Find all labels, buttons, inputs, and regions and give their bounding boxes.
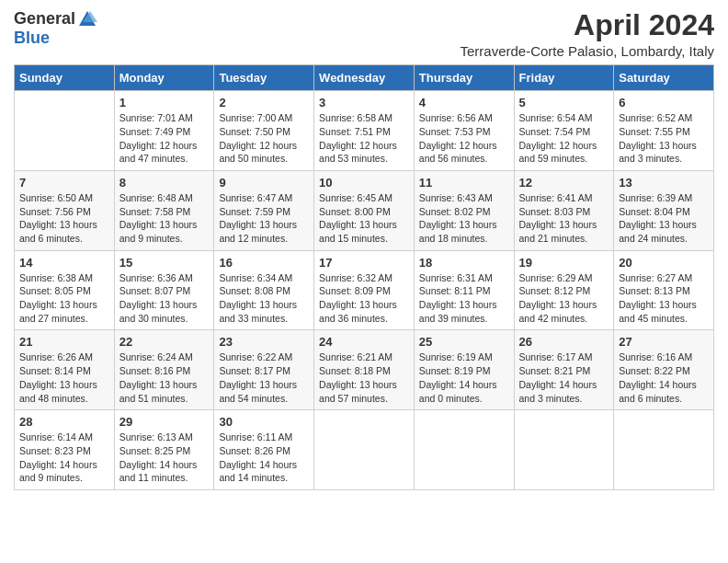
day-number: 25 — [419, 335, 509, 349]
day-info: Sunrise: 6:22 AM Sunset: 8:17 PM Dayligh… — [219, 350, 309, 405]
day-number: 28 — [19, 415, 109, 429]
calendar-day-cell: 10Sunrise: 6:45 AM Sunset: 8:00 PM Dayli… — [314, 170, 415, 250]
calendar-day-cell — [414, 410, 514, 490]
day-number: 19 — [519, 256, 609, 270]
calendar-week-row: 7Sunrise: 6:50 AM Sunset: 7:56 PM Daylig… — [15, 170, 714, 250]
calendar-day-cell: 13Sunrise: 6:39 AM Sunset: 8:04 PM Dayli… — [614, 170, 714, 250]
calendar-day-cell: 6Sunrise: 6:52 AM Sunset: 7:55 PM Daylig… — [614, 91, 714, 171]
day-number: 24 — [319, 335, 409, 349]
day-info: Sunrise: 6:29 AM Sunset: 8:12 PM Dayligh… — [519, 271, 609, 326]
calendar-title: April 2024 — [460, 9, 714, 41]
calendar-day-cell: 19Sunrise: 6:29 AM Sunset: 8:12 PM Dayli… — [514, 250, 614, 330]
day-number: 22 — [119, 335, 210, 349]
calendar-header-cell: Thursday — [414, 65, 514, 91]
day-info: Sunrise: 6:13 AM Sunset: 8:25 PM Dayligh… — [119, 431, 210, 485]
header: General Blue April 2024 Terraverde-Corte… — [14, 9, 714, 59]
day-info: Sunrise: 6:14 AM Sunset: 8:23 PM Dayligh… — [19, 431, 109, 485]
day-info: Sunrise: 6:47 AM Sunset: 7:59 PM Dayligh… — [219, 191, 309, 246]
logo: General Blue — [14, 9, 97, 48]
calendar-day-cell: 1Sunrise: 7:01 AM Sunset: 7:49 PM Daylig… — [114, 91, 214, 171]
day-number: 11 — [419, 176, 509, 190]
calendar-day-cell: 27Sunrise: 6:16 AM Sunset: 8:22 PM Dayli… — [614, 330, 714, 410]
day-number: 4 — [419, 96, 509, 109]
day-number: 5 — [519, 96, 609, 109]
calendar-location: Terraverde-Corte Palasio, Lombardy, Ital… — [460, 43, 714, 59]
title-block: April 2024 Terraverde-Corte Palasio, Lom… — [460, 9, 714, 59]
day-number: 26 — [519, 335, 609, 349]
calendar-day-cell — [314, 410, 415, 490]
day-info: Sunrise: 6:34 AM Sunset: 8:08 PM Dayligh… — [219, 271, 309, 326]
day-number: 21 — [19, 335, 109, 349]
calendar-day-cell: 14Sunrise: 6:38 AM Sunset: 8:05 PM Dayli… — [15, 250, 115, 330]
calendar-day-cell: 8Sunrise: 6:48 AM Sunset: 7:58 PM Daylig… — [114, 170, 214, 250]
day-number: 13 — [619, 176, 709, 190]
day-number: 29 — [119, 415, 210, 429]
logo-blue-text: Blue — [14, 29, 97, 48]
day-number: 8 — [119, 176, 210, 190]
day-info: Sunrise: 6:48 AM Sunset: 7:58 PM Dayligh… — [119, 191, 210, 246]
day-info: Sunrise: 6:50 AM Sunset: 7:56 PM Dayligh… — [19, 191, 109, 246]
day-number: 2 — [219, 96, 309, 109]
day-number: 20 — [619, 256, 709, 270]
calendar-day-cell: 5Sunrise: 6:54 AM Sunset: 7:54 PM Daylig… — [514, 91, 614, 171]
day-info: Sunrise: 6:19 AM Sunset: 8:19 PM Dayligh… — [419, 350, 509, 405]
day-info: Sunrise: 6:39 AM Sunset: 8:04 PM Dayligh… — [619, 191, 709, 246]
calendar-body: 1Sunrise: 7:01 AM Sunset: 7:49 PM Daylig… — [15, 91, 714, 490]
day-number: 16 — [219, 256, 309, 270]
calendar-day-cell — [15, 91, 115, 171]
calendar-day-cell: 25Sunrise: 6:19 AM Sunset: 8:19 PM Dayli… — [414, 330, 514, 410]
calendar-header-cell: Tuesday — [214, 65, 314, 91]
calendar-day-cell: 29Sunrise: 6:13 AM Sunset: 8:25 PM Dayli… — [114, 410, 214, 490]
day-number: 6 — [619, 96, 709, 109]
day-info: Sunrise: 7:01 AM Sunset: 7:49 PM Dayligh… — [119, 111, 210, 166]
day-number: 17 — [319, 256, 409, 270]
calendar-day-cell: 12Sunrise: 6:41 AM Sunset: 8:03 PM Dayli… — [514, 170, 614, 250]
calendar-day-cell — [514, 410, 614, 490]
day-number: 7 — [19, 176, 109, 190]
calendar-week-row: 21Sunrise: 6:26 AM Sunset: 8:14 PM Dayli… — [15, 330, 714, 410]
calendar-week-row: 14Sunrise: 6:38 AM Sunset: 8:05 PM Dayli… — [15, 250, 714, 330]
day-number: 23 — [219, 335, 309, 349]
day-number: 27 — [619, 335, 709, 349]
day-info: Sunrise: 6:11 AM Sunset: 8:26 PM Dayligh… — [219, 431, 309, 485]
day-number: 12 — [519, 176, 609, 190]
day-info: Sunrise: 6:41 AM Sunset: 8:03 PM Dayligh… — [519, 191, 609, 246]
day-number: 30 — [219, 415, 309, 429]
day-info: Sunrise: 6:56 AM Sunset: 7:53 PM Dayligh… — [419, 111, 509, 166]
calendar-day-cell: 26Sunrise: 6:17 AM Sunset: 8:21 PM Dayli… — [514, 330, 614, 410]
calendar-day-cell: 17Sunrise: 6:32 AM Sunset: 8:09 PM Dayli… — [314, 250, 415, 330]
calendar-day-cell: 4Sunrise: 6:56 AM Sunset: 7:53 PM Daylig… — [414, 91, 514, 171]
day-info: Sunrise: 6:58 AM Sunset: 7:51 PM Dayligh… — [319, 111, 409, 166]
calendar-day-cell: 15Sunrise: 6:36 AM Sunset: 8:07 PM Dayli… — [114, 250, 214, 330]
calendar-table: SundayMondayTuesdayWednesdayThursdayFrid… — [14, 64, 714, 490]
day-info: Sunrise: 6:31 AM Sunset: 8:11 PM Dayligh… — [419, 271, 509, 326]
day-info: Sunrise: 6:32 AM Sunset: 8:09 PM Dayligh… — [319, 271, 409, 326]
day-number: 3 — [319, 96, 409, 109]
day-info: Sunrise: 6:38 AM Sunset: 8:05 PM Dayligh… — [19, 271, 109, 326]
calendar-header-cell: Monday — [114, 65, 214, 91]
calendar-day-cell: 21Sunrise: 6:26 AM Sunset: 8:14 PM Dayli… — [15, 330, 115, 410]
calendar-day-cell: 16Sunrise: 6:34 AM Sunset: 8:08 PM Dayli… — [214, 250, 314, 330]
day-number: 10 — [319, 176, 409, 190]
calendar-header-row: SundayMondayTuesdayWednesdayThursdayFrid… — [15, 65, 714, 91]
day-info: Sunrise: 7:00 AM Sunset: 7:50 PM Dayligh… — [219, 111, 309, 166]
day-info: Sunrise: 6:36 AM Sunset: 8:07 PM Dayligh… — [119, 271, 210, 326]
day-info: Sunrise: 6:52 AM Sunset: 7:55 PM Dayligh… — [619, 111, 709, 166]
logo-general-text: General — [14, 10, 75, 29]
calendar-day-cell: 11Sunrise: 6:43 AM Sunset: 8:02 PM Dayli… — [414, 170, 514, 250]
day-number: 1 — [119, 96, 210, 109]
calendar-day-cell: 23Sunrise: 6:22 AM Sunset: 8:17 PM Dayli… — [214, 330, 314, 410]
calendar-day-cell: 30Sunrise: 6:11 AM Sunset: 8:26 PM Dayli… — [214, 410, 314, 490]
day-info: Sunrise: 6:54 AM Sunset: 7:54 PM Dayligh… — [519, 111, 609, 166]
calendar-header-cell: Sunday — [15, 65, 115, 91]
calendar-day-cell: 22Sunrise: 6:24 AM Sunset: 8:16 PM Dayli… — [114, 330, 214, 410]
calendar-day-cell: 3Sunrise: 6:58 AM Sunset: 7:51 PM Daylig… — [314, 91, 415, 171]
calendar-day-cell: 18Sunrise: 6:31 AM Sunset: 8:11 PM Dayli… — [414, 250, 514, 330]
day-number: 9 — [219, 176, 309, 190]
calendar-day-cell — [614, 410, 714, 490]
calendar-week-row: 28Sunrise: 6:14 AM Sunset: 8:23 PM Dayli… — [15, 410, 714, 490]
logo-icon — [77, 9, 97, 29]
day-info: Sunrise: 6:45 AM Sunset: 8:00 PM Dayligh… — [319, 191, 409, 246]
calendar-day-cell: 9Sunrise: 6:47 AM Sunset: 7:59 PM Daylig… — [214, 170, 314, 250]
calendar-day-cell: 24Sunrise: 6:21 AM Sunset: 8:18 PM Dayli… — [314, 330, 415, 410]
